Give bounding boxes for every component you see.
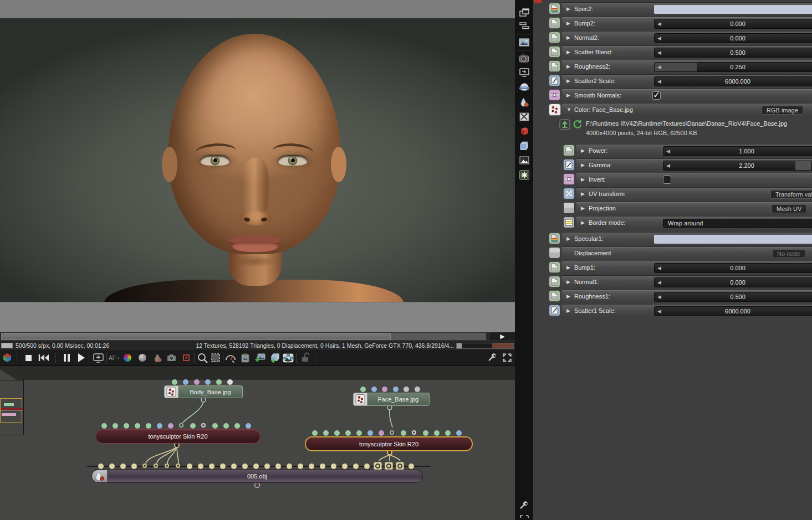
- node-pin-cream[interactable]: [408, 464, 414, 469]
- node-pin-cream[interactable]: [331, 464, 336, 469]
- node-pin-green[interactable]: [445, 430, 451, 436]
- expand-view-icon[interactable]: [502, 352, 513, 364]
- white-balance-picker[interactable]: [124, 354, 131, 362]
- material-picker[interactable]: [139, 354, 146, 362]
- plain-node-icon[interactable]: [549, 247, 560, 259]
- expand-view-icon[interactable]: [519, 514, 530, 520]
- node-pin-blue[interactable]: [367, 430, 373, 436]
- checkbox-smooth-normals[interactable]: ✓: [652, 91, 661, 100]
- node-pin-green[interactable]: [135, 423, 140, 429]
- node-pin-cream[interactable]: [131, 464, 137, 469]
- node-pin-cream[interactable]: [364, 464, 370, 469]
- node-face-base-image[interactable]: Face_Base.jpg: [353, 393, 430, 406]
- float-windows-icon[interactable]: [519, 7, 530, 18]
- float-texture-icon[interactable]: [549, 261, 560, 273]
- node-pin-green[interactable]: [146, 423, 151, 429]
- node-pin-blue[interactable]: [246, 423, 251, 429]
- slider-normal1[interactable]: ◀0.000: [654, 277, 812, 287]
- float-texture-icon[interactable]: [563, 145, 575, 156]
- expand-arrow-icon[interactable]: ▶: [566, 92, 570, 98]
- curve-icon[interactable]: [549, 305, 560, 316]
- render-target-icon[interactable]: [519, 67, 530, 78]
- node-pin-purple[interactable]: [194, 379, 200, 385]
- node-pin-cream[interactable]: [242, 464, 248, 469]
- node-pin-green[interactable]: [124, 423, 129, 429]
- node-pin-green[interactable]: [234, 423, 240, 429]
- color-swatch-spec2[interactable]: [654, 5, 812, 14]
- float-texture-icon[interactable]: [549, 17, 560, 29]
- node-pin-cream-open[interactable]: [142, 464, 147, 468]
- region-render-tool[interactable]: [210, 352, 222, 364]
- expand-arrow-icon[interactable]: ▶: [566, 35, 570, 40]
- save-image-button[interactable]: [254, 352, 266, 364]
- node-pin-blue[interactable]: [456, 430, 462, 436]
- save-render-passes-button[interactable]: [269, 352, 280, 364]
- node-pin-green[interactable]: [401, 430, 406, 436]
- node-pin-blue[interactable]: [205, 379, 211, 385]
- material-icon[interactable]: [519, 97, 530, 108]
- alpha-channel-toggle[interactable]: [282, 352, 294, 364]
- texture-environment-icon[interactable]: [519, 111, 530, 122]
- node-pin-cream[interactable]: [287, 464, 292, 469]
- node-pin-green[interactable]: [434, 430, 440, 436]
- dropdown-border-mode[interactable]: Wrap around: [663, 219, 812, 228]
- plain-node-icon[interactable]: [563, 202, 575, 214]
- kernel-icon[interactable]: [519, 169, 530, 181]
- node-pin-cream-open[interactable]: [154, 464, 158, 468]
- node-skin-material-left[interactable]: tonysculptor Skin R20: [95, 429, 261, 444]
- node-pin-green[interactable]: [172, 379, 177, 385]
- node-pin-purple[interactable]: [382, 387, 387, 392]
- node-pin-gray[interactable]: [415, 387, 420, 392]
- rgb-image-icon[interactable]: [549, 104, 560, 115]
- node-pin-blue[interactable]: [371, 387, 377, 392]
- node-pin-cream[interactable]: [320, 464, 325, 469]
- render-viewport-icon[interactable]: [93, 352, 104, 364]
- node-pin-white-open[interactable]: [201, 423, 206, 428]
- node-pin-cream[interactable]: [109, 464, 115, 469]
- render-priority-gauge[interactable]: [224, 352, 236, 364]
- node-pin-green[interactable]: [360, 387, 366, 392]
- scrollbar-track[interactable]: [391, 333, 486, 340]
- node-pin-green[interactable]: [356, 430, 362, 436]
- expand-arrow-icon[interactable]: ▶: [566, 294, 570, 299]
- expand-arrow-icon[interactable]: ▶: [566, 78, 570, 84]
- expand-arrow-icon[interactable]: ▶: [566, 6, 570, 12]
- node-pin-cream[interactable]: [264, 464, 270, 469]
- node-pin-green[interactable]: [423, 430, 428, 436]
- rgb-texture-icon[interactable]: [549, 233, 560, 244]
- float-texture-icon[interactable]: [549, 32, 560, 43]
- reload-image-button[interactable]: [572, 119, 583, 130]
- expand-arrow-icon[interactable]: ▶: [581, 205, 585, 211]
- node-pin-purple[interactable]: [168, 423, 173, 429]
- node-pin-cream[interactable]: [309, 464, 314, 469]
- node-pin-green[interactable]: [312, 430, 318, 436]
- node-pin-green[interactable]: [345, 430, 351, 436]
- node-pin-blue[interactable]: [157, 423, 162, 429]
- node-pin-teal-open[interactable]: [179, 423, 183, 428]
- autofocus-picker[interactable]: AF◅: [109, 355, 120, 367]
- slider-scatter2-scale[interactable]: ◀6000.000: [654, 76, 812, 86]
- render-passes-icon[interactable]: [519, 155, 530, 166]
- environment-icon[interactable]: [519, 81, 530, 92]
- float-texture-icon[interactable]: [549, 276, 560, 287]
- slider-scatter1-scale[interactable]: ◀6000.000: [654, 306, 812, 316]
- expand-arrow-icon[interactable]: ▶: [581, 191, 585, 197]
- tile-windows-icon[interactable]: [519, 20, 530, 32]
- node-pin-cream-boxed[interactable]: [374, 462, 382, 470]
- checkbox-invert[interactable]: [663, 176, 671, 184]
- zoom-tool[interactable]: [197, 352, 208, 364]
- node-pin-cream[interactable]: [275, 464, 281, 469]
- button-color-header[interactable]: RGB image: [762, 106, 803, 115]
- node-graph-editor[interactable]: Body_Base.jpg Face_Base.jpg tonysculptor…: [0, 366, 515, 520]
- node-pin-cream[interactable]: [253, 464, 259, 469]
- node-pin-green[interactable]: [113, 423, 118, 429]
- node-pin-cream[interactable]: [342, 464, 348, 469]
- node-pin-white-open[interactable]: [412, 430, 416, 435]
- expand-arrow-icon[interactable]: ▶: [566, 308, 570, 313]
- node-pin-gray[interactable]: [404, 387, 409, 392]
- slider-power[interactable]: ◀1.000: [663, 146, 812, 156]
- node-pin-purple[interactable]: [379, 430, 384, 436]
- focus-picker[interactable]: [181, 352, 193, 364]
- node-skin-material-selected[interactable]: tonysculptor Skin R20: [305, 436, 473, 451]
- imager-picker[interactable]: [152, 352, 164, 364]
